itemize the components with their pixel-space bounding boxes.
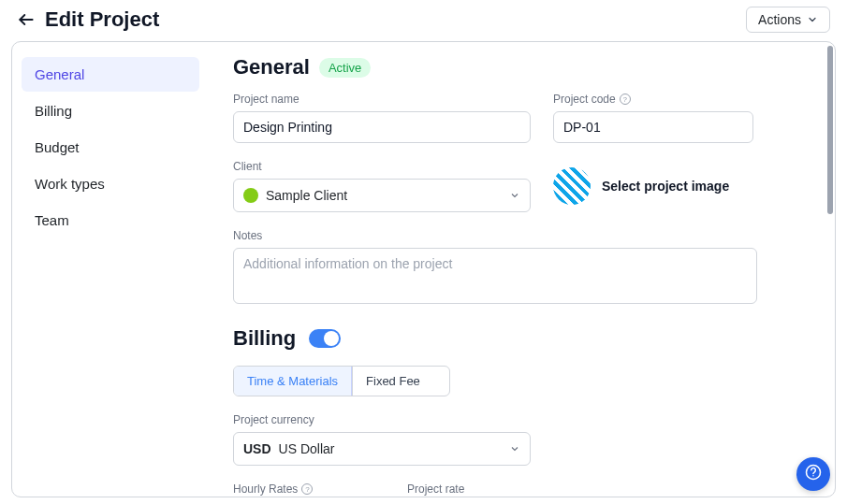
chevron-down-icon	[807, 14, 818, 25]
billing-toggle[interactable]	[309, 329, 341, 348]
currency-name: US Dollar	[279, 441, 335, 456]
help-icon[interactable]: ?	[620, 94, 631, 105]
help-fab[interactable]	[796, 457, 830, 491]
label-currency: Project currency	[233, 413, 810, 426]
label-project-name: Project name	[233, 93, 531, 106]
page-title: Edit Project	[45, 7, 159, 32]
currency-select[interactable]: USDUS Dollar	[233, 432, 531, 466]
status-badge: Active	[319, 58, 371, 78]
client-color-dot	[243, 188, 258, 203]
client-select[interactable]: Sample Client	[233, 179, 531, 212]
sidebar-item-billing[interactable]: Billing	[22, 94, 199, 128]
section-title-billing: Billing	[233, 326, 296, 351]
label-project-code: Project code ?	[553, 93, 753, 106]
label-notes: Notes	[233, 229, 810, 242]
chevron-down-icon	[509, 443, 520, 454]
help-icon[interactable]: ?	[301, 483, 313, 495]
billing-type-segmented: Time & Materials Fixed Fee	[233, 366, 450, 396]
tab-fixed-fee[interactable]: Fixed Fee	[352, 367, 433, 396]
currency-code: USD	[243, 441, 271, 456]
actions-label: Actions	[758, 12, 801, 27]
actions-button[interactable]: Actions	[746, 7, 830, 33]
project-image-placeholder[interactable]	[553, 167, 591, 205]
scrollbar-thumb[interactable]	[827, 46, 833, 214]
sidebar-item-budget[interactable]: Budget	[22, 130, 199, 165]
label-client: Client	[233, 160, 531, 173]
label-project-rate: Project rate	[407, 482, 594, 496]
chevron-down-icon	[509, 190, 520, 201]
project-code-input[interactable]	[553, 111, 753, 143]
section-title-general: General	[233, 55, 310, 79]
notes-input[interactable]	[233, 248, 757, 304]
question-icon	[805, 464, 822, 484]
back-arrow-icon[interactable]	[17, 10, 36, 29]
sidebar-item-general[interactable]: General	[22, 57, 199, 92]
client-name: Sample Client	[266, 188, 347, 203]
sidebar-item-team[interactable]: Team	[22, 203, 199, 238]
project-name-input[interactable]	[233, 111, 531, 143]
select-project-image-link[interactable]: Select project image	[602, 179, 729, 194]
tab-time-materials[interactable]: Time & Materials	[234, 367, 352, 396]
label-hourly-rates: Hourly Rates ?	[233, 482, 381, 496]
sidebar-item-work-types[interactable]: Work types	[22, 166, 199, 201]
sidebar: General Billing Budget Work types Team	[12, 42, 209, 497]
